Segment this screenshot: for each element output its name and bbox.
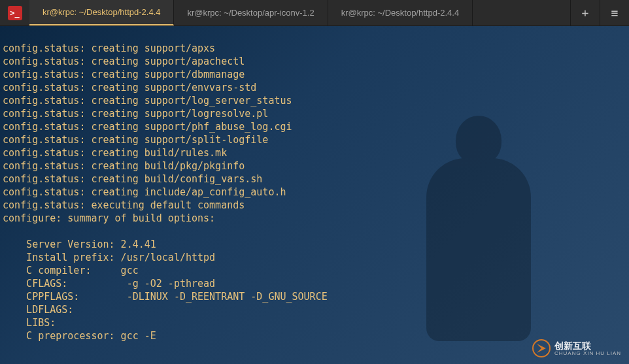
- watermark-text-wrap: 创新互联 CHUANG XIN HU LIAN: [554, 341, 621, 356]
- watermark-main: 创新互联: [554, 341, 621, 350]
- terminal-output[interactable]: config.status: creating support/apxs con…: [0, 26, 629, 364]
- app-icon: >_: [0, 0, 29, 25]
- new-tab-button[interactable]: +: [570, 0, 600, 26]
- terminal-icon: >_: [8, 6, 22, 20]
- tab-strip: kr@krpc: ~/Desktop/httpd-2.4.4 kr@krpc: …: [29, 0, 570, 25]
- tab-3[interactable]: kr@krpc: ~/Desktop/httpd-2.4.4: [328, 0, 473, 25]
- watermark-logo-icon: [532, 339, 551, 357]
- tab-2[interactable]: kr@krpc: ~/Desktop/apr-iconv-1.2: [174, 0, 328, 25]
- watermark-sub: CHUANG XIN HU LIAN: [554, 350, 621, 356]
- config-output-block: config.status: creating support/apxs con…: [3, 42, 626, 342]
- tab-1[interactable]: kr@krpc: ~/Desktop/httpd-2.4.4: [29, 0, 174, 25]
- titlebar: >_ kr@krpc: ~/Desktop/httpd-2.4.4 kr@krp…: [0, 0, 629, 26]
- watermark: 创新互联 CHUANG XIN HU LIAN: [532, 339, 621, 357]
- menu-button[interactable]: ≡: [600, 0, 629, 26]
- tab-controls: + ≡: [570, 0, 629, 25]
